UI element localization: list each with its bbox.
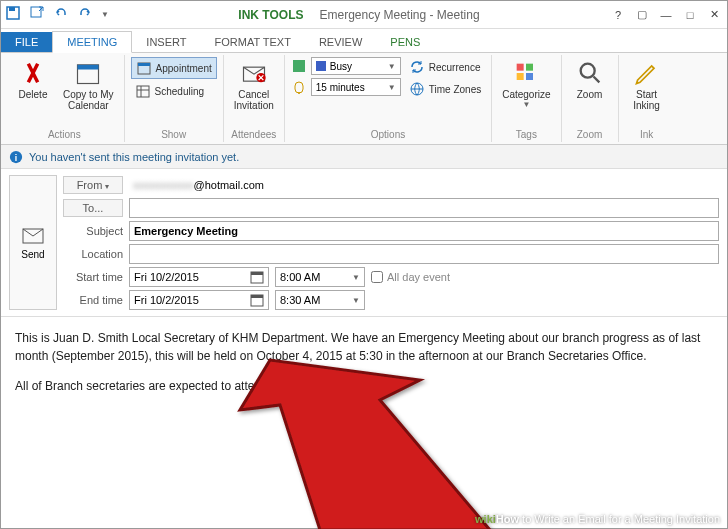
zoom-button[interactable]: Zoom: [568, 57, 612, 102]
end-date-picker[interactable]: Fri 10/2/2015: [129, 290, 269, 310]
svg-point-13: [298, 92, 300, 94]
group-attendees-label: Attendees: [230, 129, 278, 140]
svg-rect-17: [517, 73, 524, 80]
save-close-icon[interactable]: [29, 5, 45, 25]
qat-dropdown-icon[interactable]: ▼: [101, 10, 109, 19]
outlook-meeting-window: ▼ INK TOOLS Emergency Meeting - Meeting …: [0, 0, 728, 529]
copy-cal-label: Copy to My Calendar: [63, 89, 114, 111]
group-zoom: Zoom Zoom: [562, 55, 619, 142]
group-actions: Delete Copy to My Calendar Actions: [5, 55, 125, 142]
group-options: Busy ▼ 15 minutes ▼: [285, 55, 492, 142]
zoom-label: Zoom: [577, 89, 603, 100]
reminder-icon: [291, 79, 307, 95]
group-attendees: Cancel Invitation Attendees: [224, 55, 285, 142]
to-input[interactable]: [129, 198, 719, 218]
start-time-picker[interactable]: 8:00 AM▼: [275, 267, 365, 287]
appointment-button[interactable]: Appointment: [131, 57, 217, 79]
delete-label: Delete: [19, 89, 48, 100]
scheduling-button[interactable]: Scheduling: [131, 81, 217, 101]
appointment-label: Appointment: [156, 63, 212, 74]
start-date-picker[interactable]: Fri 10/2/2015: [129, 267, 269, 287]
svg-rect-7: [137, 86, 149, 97]
info-text: You haven't sent this meeting invitation…: [29, 151, 239, 163]
tz-label: Time Zones: [429, 84, 481, 95]
subject-label: Subject: [63, 225, 123, 237]
svg-rect-16: [526, 64, 533, 71]
all-day-checkbox[interactable]: All day event: [371, 271, 450, 283]
close-icon[interactable]: ✕: [705, 6, 723, 24]
calendar-icon: [250, 293, 264, 307]
group-tags: Categorize ▼ Tags: [492, 55, 561, 142]
ribbon-collapse-icon[interactable]: ▢: [633, 6, 651, 24]
calendar-icon: [250, 270, 264, 284]
group-ink: Start Inking Ink: [619, 55, 675, 142]
start-ink-label: Start Inking: [633, 89, 660, 111]
show-as-icon: [291, 58, 307, 74]
show-as-dropdown[interactable]: Busy ▼: [311, 57, 401, 75]
info-icon: i: [9, 150, 23, 164]
context-tab-label: INK TOOLS: [238, 8, 303, 22]
redo-icon[interactable]: [77, 5, 93, 25]
reminder-label: 15 minutes: [316, 82, 365, 93]
from-button[interactable]: From ▾: [63, 176, 123, 194]
send-label: Send: [21, 249, 44, 260]
group-zoom-label: Zoom: [568, 129, 612, 140]
window-title: Emergency Meeting - Meeting: [319, 8, 479, 22]
recurrence-button[interactable]: Recurrence: [405, 57, 485, 77]
end-time-label: End time: [63, 294, 123, 306]
svg-rect-25: [251, 272, 263, 275]
group-tags-label: Tags: [498, 129, 554, 140]
group-show: Appointment Scheduling Show: [125, 55, 224, 142]
svg-rect-15: [517, 64, 524, 71]
location-input[interactable]: [129, 244, 719, 264]
undo-icon[interactable]: [53, 5, 69, 25]
title-bar: ▼ INK TOOLS Emergency Meeting - Meeting …: [1, 1, 727, 29]
categorize-button[interactable]: Categorize ▼: [498, 57, 554, 111]
svg-rect-1: [9, 7, 15, 11]
start-time-label: Start time: [63, 271, 123, 283]
cancel-invitation-button[interactable]: Cancel Invitation: [230, 57, 278, 113]
quick-access-toolbar: ▼: [5, 5, 109, 25]
body-paragraph-2: All of Branch secretaries are expected t…: [15, 379, 268, 393]
save-icon[interactable]: [5, 5, 21, 25]
copy-to-calendar-button[interactable]: Copy to My Calendar: [59, 57, 118, 113]
to-button[interactable]: To...: [63, 199, 123, 217]
reminder-dropdown[interactable]: 15 minutes ▼: [311, 78, 401, 96]
ribbon: Delete Copy to My Calendar Actions Appoi…: [1, 53, 727, 145]
start-inking-button[interactable]: Start Inking: [625, 57, 669, 113]
compose-header: Send From ▾ xxxxxxxxxxx@hotmail.com To..…: [1, 169, 727, 317]
message-body[interactable]: This is Juan D. Smith Local Secretary of…: [1, 317, 727, 528]
minimize-icon[interactable]: —: [657, 6, 675, 24]
tab-review[interactable]: REVIEW: [305, 32, 376, 52]
location-label: Location: [63, 248, 123, 260]
svg-point-19: [580, 64, 594, 78]
ribbon-tabs: FILE MEETING INSERT FORMAT TEXT REVIEW P…: [1, 29, 727, 53]
tab-pens[interactable]: PENS: [376, 32, 434, 52]
group-actions-label: Actions: [11, 129, 118, 140]
svg-rect-18: [526, 73, 533, 80]
group-show-label: Show: [131, 129, 217, 140]
svg-rect-6: [138, 63, 150, 66]
group-ink-label: Ink: [625, 129, 669, 140]
end-time-picker[interactable]: 8:30 AM▼: [275, 290, 365, 310]
recurrence-label: Recurrence: [429, 62, 481, 73]
time-zones-button[interactable]: Time Zones: [405, 79, 485, 99]
svg-line-20: [593, 77, 599, 83]
send-button[interactable]: Send: [9, 175, 57, 310]
cancel-inv-label: Cancel Invitation: [234, 89, 274, 111]
subject-input[interactable]: [129, 221, 719, 241]
svg-rect-4: [78, 65, 99, 70]
delete-button[interactable]: Delete: [11, 57, 55, 102]
busy-label: Busy: [330, 61, 352, 72]
tab-file[interactable]: FILE: [1, 32, 52, 52]
tab-meeting[interactable]: MEETING: [52, 31, 132, 53]
help-icon[interactable]: ?: [609, 6, 627, 24]
tab-format-text[interactable]: FORMAT TEXT: [201, 32, 305, 52]
maximize-icon[interactable]: □: [681, 6, 699, 24]
tab-insert[interactable]: INSERT: [132, 32, 200, 52]
group-options-label: Options: [291, 129, 485, 140]
svg-rect-2: [31, 7, 41, 17]
from-value: xxxxxxxxxxx@hotmail.com: [129, 175, 719, 195]
svg-rect-27: [251, 295, 263, 298]
svg-rect-12: [293, 60, 305, 72]
